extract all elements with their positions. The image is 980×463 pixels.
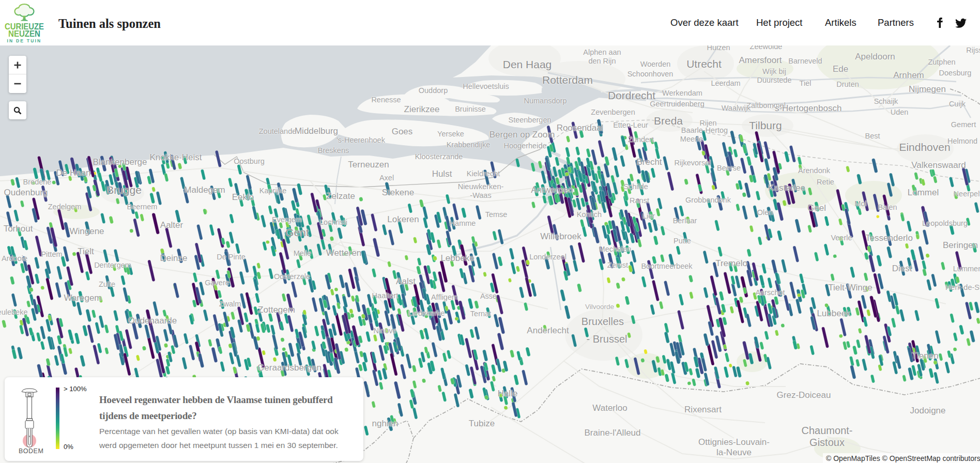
svg-text:NEUZEN: NEUZEN (8, 29, 40, 38)
